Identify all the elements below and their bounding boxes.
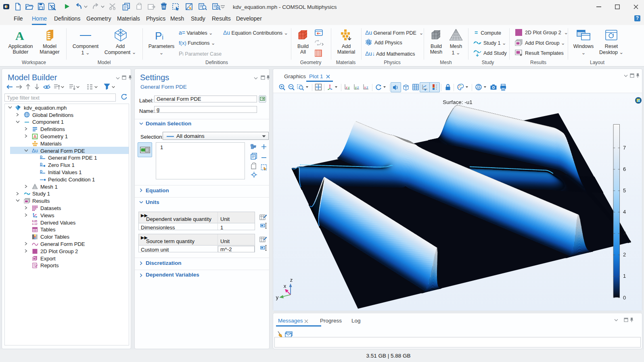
svg-text:D: D [40, 155, 42, 159]
svg-text:D: D [40, 162, 42, 166]
svg-text:x: x [364, 85, 366, 89]
svg-text:z: z [366, 85, 368, 89]
svg-text:A: A [33, 134, 37, 139]
svg-text:y: y [348, 85, 350, 89]
svg-text:Δu: Δu [32, 148, 38, 154]
svg-text:x: x [346, 85, 348, 89]
svg-text:e-12: e-12 [32, 223, 38, 225]
svg-text:D: D [40, 169, 42, 173]
svg-text:z: z [357, 85, 359, 89]
svg-text:y: y [355, 85, 357, 89]
